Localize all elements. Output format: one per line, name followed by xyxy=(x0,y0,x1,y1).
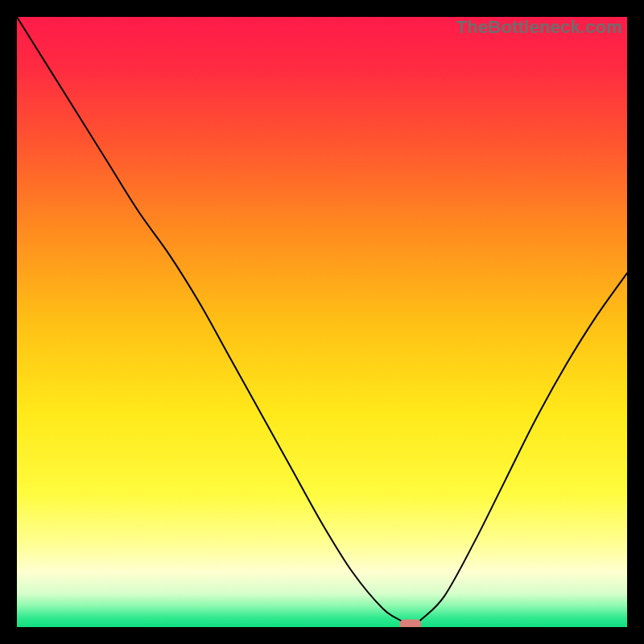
plot-area: TheBottleneck.com xyxy=(17,17,627,627)
optimal-marker xyxy=(400,620,422,627)
bottleneck-chart xyxy=(17,17,627,627)
chart-frame: TheBottleneck.com xyxy=(0,0,644,644)
watermark-text: TheBottleneck.com xyxy=(456,17,622,38)
gradient-background xyxy=(17,17,627,627)
